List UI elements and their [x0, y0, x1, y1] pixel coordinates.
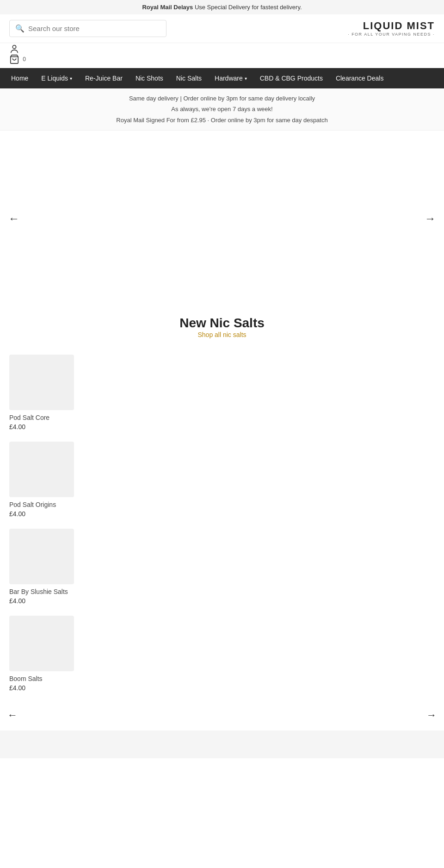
main-nav: Home E Liquids ▾ Re-Juice Bar Nic Shots … — [0, 68, 444, 88]
search-icon: 🔍 — [15, 24, 25, 33]
nav-item-nicshots[interactable]: Nic Shots — [129, 68, 170, 88]
account-button[interactable] — [9, 44, 19, 54]
hardware-dropdown-arrow: ▾ — [245, 76, 247, 81]
product-card-1: Pod Salt Origins £4.00 — [9, 436, 435, 523]
nav-item-nicsalts[interactable]: Nic Salts — [170, 68, 208, 88]
product-name-3: Boom Salts — [9, 675, 435, 682]
cart-button[interactable] — [9, 54, 19, 64]
logo-tagline: · FOR ALL YOUR VAPING NEEDS · — [348, 32, 435, 37]
svg-point-0 — [12, 45, 16, 49]
section-link[interactable]: Shop all nic salts — [197, 331, 246, 338]
section-title: New Nic Salts — [0, 316, 444, 331]
product-price-1: £4.00 — [9, 510, 435, 518]
info-line3: Royal Mail Signed For from £2.95 · Order… — [7, 115, 437, 125]
product-name-2: Bar By Slushie Salts — [9, 588, 435, 595]
announcement-text: Use Special Delivery for fastest deliver… — [195, 4, 302, 11]
section-title-wrap: New Nic Salts Shop all nic salts — [0, 306, 444, 342]
announcement-bold: Royal Mail Delays — [142, 4, 193, 11]
product-card-0: Pod Salt Core £4.00 — [9, 349, 435, 436]
footer-partial — [0, 731, 444, 758]
eliquids-dropdown-arrow: ▾ — [70, 76, 72, 81]
nav-item-hardware[interactable]: Hardware ▾ — [208, 68, 253, 88]
info-banner: Same day delivery | Order online by 3pm … — [0, 88, 444, 131]
bottom-carousel: ← → — [0, 705, 444, 731]
product-image-1 — [9, 442, 74, 497]
cart-count: 0 — [23, 56, 26, 62]
logo-name: LIQUID MIST — [348, 20, 435, 31]
nav-item-cbd[interactable]: CBD & CBG Products — [253, 68, 329, 88]
product-image-3 — [9, 616, 74, 671]
product-list: Pod Salt Core £4.00 Pod Salt Origins £4.… — [0, 342, 444, 705]
nav-item-home[interactable]: Home — [5, 68, 35, 88]
products-next-button[interactable]: → — [426, 709, 437, 721]
header-left: 🔍 — [9, 20, 348, 37]
logo: LIQUID MIST · FOR ALL YOUR VAPING NEEDS … — [348, 20, 435, 36]
product-price-0: £4.00 — [9, 423, 435, 431]
product-name-0: Pod Salt Core — [9, 414, 435, 421]
info-line1: Same day delivery | Order online by 3pm … — [7, 93, 437, 104]
hero-prev-button[interactable]: ← — [5, 208, 23, 229]
product-image-0 — [9, 355, 74, 410]
product-card-2: Bar By Slushie Salts £4.00 — [9, 523, 435, 610]
product-image-2 — [9, 529, 74, 584]
nav-item-eliquids[interactable]: E Liquids ▾ — [35, 68, 79, 88]
product-name-1: Pod Salt Origins — [9, 501, 435, 508]
nav-item-rejuice[interactable]: Re-Juice Bar — [79, 68, 129, 88]
announcement-bar: Royal Mail Delays Use Special Delivery f… — [0, 0, 444, 14]
nav-item-clearance[interactable]: Clearance Deals — [329, 68, 390, 88]
products-prev-button[interactable]: ← — [7, 709, 18, 721]
header: 🔍 LIQUID MIST · FOR ALL YOUR VAPING NEED… — [0, 14, 444, 43]
search-input[interactable] — [28, 25, 160, 32]
hero-next-button[interactable]: → — [421, 208, 439, 229]
info-line2: As always, we're open 7 days a week! — [7, 104, 437, 114]
search-bar: 🔍 — [9, 20, 166, 37]
product-card-3: Boom Salts £4.00 — [9, 610, 435, 697]
product-price-2: £4.00 — [9, 597, 435, 605]
product-price-3: £4.00 — [9, 684, 435, 692]
hero-slideshow: ← → — [0, 131, 444, 306]
